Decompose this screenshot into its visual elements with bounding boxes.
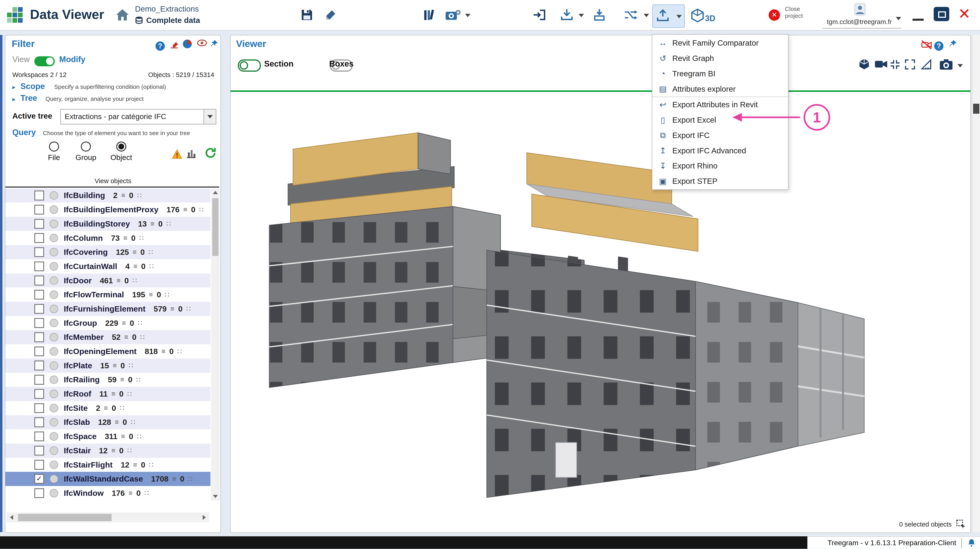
download-tray-caret-icon[interactable] bbox=[579, 14, 584, 17]
menu-item[interactable]: ↔ Revit Family Comparator bbox=[652, 35, 788, 51]
row-checkbox[interactable] bbox=[34, 205, 44, 214]
table-row[interactable]: IfcRailing 59 ≡ 0 ∷ bbox=[5, 373, 210, 387]
row-color-swatch[interactable] bbox=[50, 276, 58, 285]
table-row[interactable]: IfcBuildingElementProxy 176 ≡ 0 ∷ bbox=[5, 203, 210, 217]
page-vertical-scrollbar[interactable] bbox=[972, 35, 980, 532]
row-color-swatch[interactable] bbox=[50, 290, 58, 299]
measure-icon[interactable] bbox=[920, 59, 934, 72]
scroll-up-arrow[interactable] bbox=[211, 189, 220, 197]
scope-section-label[interactable]: Scope bbox=[21, 82, 45, 91]
tree-section-label[interactable]: Tree bbox=[21, 94, 37, 103]
row-checkbox[interactable] bbox=[34, 417, 44, 427]
row-color-swatch[interactable] bbox=[50, 333, 58, 341]
row-checkbox[interactable] bbox=[34, 304, 44, 314]
row-checkbox[interactable] bbox=[34, 460, 44, 470]
row-checkbox[interactable] bbox=[34, 446, 44, 455]
table-row[interactable]: IfcOpeningElement 818 ≡ 0 ∷ bbox=[5, 344, 210, 359]
row-color-swatch[interactable] bbox=[50, 347, 58, 355]
pin-icon[interactable] bbox=[948, 39, 962, 53]
row-color-swatch[interactable] bbox=[50, 390, 58, 398]
render-settings-icon[interactable] bbox=[445, 8, 460, 23]
shuffle-icon[interactable] bbox=[624, 8, 638, 23]
close-project-icon[interactable]: ✕ bbox=[768, 10, 780, 21]
eraser-icon[interactable] bbox=[169, 39, 179, 49]
row-color-swatch[interactable] bbox=[50, 475, 58, 483]
menu-item[interactable]: ↥ Export IFC Advanced bbox=[652, 143, 788, 158]
row-color-swatch[interactable] bbox=[50, 248, 58, 256]
row-color-swatch[interactable] bbox=[50, 418, 58, 427]
table-row[interactable]: IfcFurnishingElement 579 ≡ 0 ∷ bbox=[5, 302, 210, 316]
row-color-swatch[interactable] bbox=[50, 404, 58, 413]
table-row[interactable]: IfcRoof 11 ≡ 0 ∷ bbox=[5, 387, 210, 401]
table-row[interactable]: IfcWindow 176 ≡ 0 ∷ bbox=[5, 486, 210, 500]
row-checkbox[interactable] bbox=[34, 360, 44, 370]
active-tree-select[interactable]: Extractions - par catégorie IFC bbox=[60, 109, 216, 124]
row-color-swatch[interactable] bbox=[50, 432, 58, 441]
3d-cube-icon[interactable] bbox=[690, 8, 705, 23]
help-icon[interactable]: ? bbox=[156, 39, 165, 49]
library-icon[interactable] bbox=[423, 8, 438, 23]
table-row[interactable]: IfcCurtainWall 4 ≡ 0 ∷ bbox=[5, 259, 210, 273]
shuffle-caret-icon[interactable] bbox=[644, 14, 649, 17]
row-checkbox[interactable] bbox=[34, 488, 44, 498]
help-icon[interactable]: ? bbox=[934, 39, 948, 53]
scrollbar-thumb[interactable] bbox=[973, 104, 979, 114]
table-row[interactable]: IfcBuilding 2 ≡ 0 ∷ bbox=[5, 189, 210, 203]
video-camera-icon[interactable] bbox=[874, 59, 888, 73]
row-color-swatch[interactable] bbox=[50, 319, 58, 327]
tree-expander-icon[interactable]: ▸ bbox=[12, 95, 15, 103]
row-color-swatch[interactable] bbox=[50, 262, 58, 271]
menu-item[interactable]: ▣ Export STEP bbox=[652, 174, 788, 189]
window-close-button[interactable]: ✕ bbox=[958, 5, 970, 22]
close-project-label[interactable]: Close project bbox=[785, 6, 815, 19]
radio-file[interactable]: File bbox=[48, 141, 60, 162]
row-color-swatch[interactable] bbox=[50, 362, 58, 370]
table-row[interactable]: IfcSite 2 ≡ 0 ∷ bbox=[5, 401, 210, 415]
table-row[interactable]: IfcCovering 125 ≡ 0 ∷ bbox=[5, 245, 210, 259]
download-tray-icon[interactable] bbox=[560, 8, 575, 23]
row-color-swatch[interactable] bbox=[50, 489, 58, 497]
row-checkbox[interactable] bbox=[34, 190, 44, 200]
radio-group[interactable]: Group bbox=[75, 141, 97, 162]
row-checkbox[interactable] bbox=[34, 375, 44, 384]
menu-item[interactable]: ▯ Export Excel bbox=[652, 113, 788, 128]
view-modify-toggle[interactable] bbox=[34, 56, 55, 66]
menu-item[interactable]: ⧉ Export IFC bbox=[652, 128, 788, 143]
scrollbar-thumb[interactable] bbox=[212, 198, 218, 256]
row-checkbox[interactable] bbox=[34, 474, 44, 484]
row-color-swatch[interactable] bbox=[50, 205, 58, 214]
row-checkbox[interactable] bbox=[34, 290, 44, 300]
row-checkbox[interactable] bbox=[34, 219, 44, 229]
row-color-swatch[interactable] bbox=[50, 446, 58, 455]
table-row[interactable]: IfcBuildingStorey 13 ≡ 0 ∷ bbox=[5, 217, 210, 231]
row-checkbox[interactable] bbox=[34, 432, 44, 441]
download-file-icon[interactable] bbox=[592, 8, 608, 23]
table-row[interactable]: IfcDoor 461 ≡ 0 ∷ bbox=[5, 273, 210, 288]
scrollbar-thumb[interactable] bbox=[18, 514, 112, 521]
row-color-swatch[interactable] bbox=[50, 234, 58, 242]
row-color-swatch[interactable] bbox=[50, 461, 58, 469]
table-row[interactable]: IfcFlowTerminal 195 ≡ 0 ∷ bbox=[5, 287, 210, 302]
3d-model-canvas[interactable] bbox=[231, 93, 970, 530]
row-checkbox[interactable] bbox=[34, 233, 44, 243]
table-row[interactable]: IfcColumn 73 ≡ 0 ∷ bbox=[5, 231, 210, 245]
row-checkbox[interactable] bbox=[34, 332, 44, 342]
radio-object[interactable]: Object bbox=[110, 141, 132, 162]
table-row[interactable]: IfcStair 12 ≡ 0 ∷ bbox=[5, 444, 210, 458]
row-checkbox[interactable] bbox=[34, 403, 44, 413]
row-checkbox[interactable] bbox=[34, 389, 44, 399]
table-row[interactable]: IfcSpace 311 ≡ 0 ∷ bbox=[5, 429, 210, 444]
list-horizontal-scrollbar[interactable] bbox=[7, 513, 209, 522]
hierarchy-chart-icon[interactable] bbox=[186, 148, 197, 159]
row-checkbox[interactable] bbox=[34, 276, 44, 285]
list-vertical-scrollbar[interactable] bbox=[211, 189, 220, 501]
pie-chart-icon[interactable] bbox=[183, 39, 193, 49]
window-minimize-button[interactable] bbox=[913, 19, 924, 21]
table-row[interactable]: IfcGroup 229 ≡ 0 ∷ bbox=[5, 316, 210, 330]
snapshot-camera-icon[interactable] bbox=[939, 59, 953, 72]
refresh-icon[interactable] bbox=[204, 147, 217, 159]
select-objects-icon[interactable] bbox=[956, 519, 967, 530]
section-toggle[interactable] bbox=[238, 59, 261, 71]
row-color-swatch[interactable] bbox=[50, 220, 58, 228]
table-row[interactable]: IfcWallStandardCase 1708 ≡ 0 ∷ bbox=[5, 472, 210, 486]
